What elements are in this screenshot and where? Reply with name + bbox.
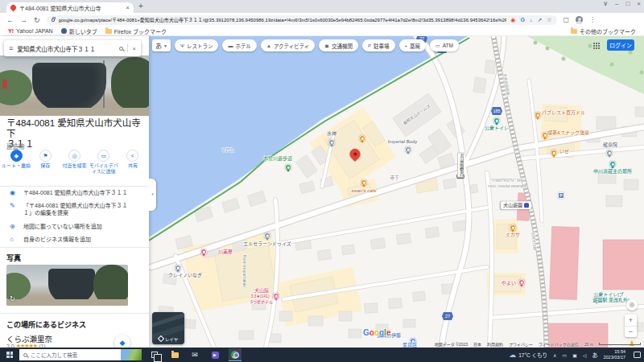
map-pin-gray[interactable] [606,150,613,156]
file-explorer-icon[interactable] [168,348,181,361]
attribution-item[interactable]: 日本 [473,341,481,347]
tray-volume-icon[interactable]: ◁ [583,352,587,358]
language-chip[interactable]: あ▼ [152,39,171,51]
attribution-item[interactable]: フィードバックの送信 [539,341,579,347]
minimize-button[interactable]: – [615,0,618,7]
attribution-item[interactable]: 利用規約 [487,341,503,347]
tab-close-icon[interactable]: × [126,5,130,11]
category-chip[interactable]: +薬局 [399,39,427,51]
destination-marker[interactable] [348,146,362,161]
info-row-addpin[interactable]: ⊕地図に載っていない場所を追加 [0,223,149,231]
map-canvas[interactable]: 水神Imperial Body藤和犬山ホームズ木曽川遊歩道大門先寺下swan's… [149,36,644,348]
category-chip[interactable]: ▭ATM [430,39,459,51]
category-chip[interactable]: ▲アクティビティ [261,39,315,51]
place-photo[interactable] [0,56,149,116]
maximize-button[interactable]: □ [625,0,630,7]
map-label[interactable]: 犬山館 [254,288,269,294]
map-pin-cafe[interactable] [361,179,367,186]
clear-search-icon[interactable]: × [132,45,136,52]
chrome-taskbar-icon[interactable] [229,348,242,361]
menu-kebab-icon[interactable]: ⋮ [589,16,596,23]
reload-icon[interactable]: ↻ [34,16,40,24]
mail-icon[interactable]: ✉ [188,348,201,361]
map-pin-teal[interactable] [609,161,616,167]
map-label[interactable]: やよい [502,281,516,286]
info-row-pencil[interactable]: ✎「〒484-0081 愛知県犬山市犬山寺下３１１」の編集を提案 [0,202,149,216]
attribution-item[interactable]: プライバシー [509,341,533,347]
tab-search-icon[interactable]: ∨ [603,0,608,7]
map-pin-gray[interactable] [328,139,335,146]
save-page-icon[interactable]: ↓ [530,17,533,23]
map-label[interactable]: 遊園駅 東改札外] [592,298,629,303]
tray-display-icon[interactable]: ▭ [563,352,568,358]
bookmark-star-icon[interactable]: ☆ [547,17,551,23]
map-label[interactable]: swan's cafe [351,188,376,194]
layers-button[interactable]: レイヤ [152,312,184,344]
ime-indicator[interactable]: あ [592,351,597,359]
google-apps-icon[interactable] [593,43,600,49]
search-input[interactable]: 愛知県犬山市犬山寺下３１１ [17,44,115,53]
bookmark-item[interactable]: 新しいタブ [61,27,97,35]
google-icon[interactable]: G [520,17,524,23]
map-pin-hotel[interactable] [273,293,279,299]
map-label[interactable]: 3.3★(141) [250,294,269,299]
action-directions-button[interactable]: ◆ルート・乗換 [2,150,31,175]
map-label[interactable]: 犬山遊園 [501,201,531,209]
map-pin-gray[interactable] [175,265,181,271]
start-button[interactable] [0,348,19,362]
map-label[interactable]: ミカサ [506,232,520,238]
profile-avatar[interactable] [576,16,583,23]
category-chip[interactable]: ▬ホテル [222,39,257,51]
map-label[interactable]: Imperial Body [388,139,418,145]
taskbar-search[interactable]: ここに入力して検索 [19,349,142,360]
map-pin-gray[interactable] [405,146,411,153]
back-icon[interactable]: ← [6,16,14,24]
info-row-pin[interactable]: ◉〒484-0081 愛知県犬山市犬山寺下３１１ [0,189,149,197]
map-pin-gray[interactable] [264,232,270,239]
map-label[interactable]: 犬山遊園駅西 [457,153,464,178]
tray-network-icon[interactable]: ▣ [572,352,577,358]
map-pin-teal[interactable] [493,117,500,124]
search-icon[interactable] [119,47,123,51]
map-pin-cafe[interactable] [510,224,516,231]
photo-thumbnail[interactable]: ↻ [6,265,128,306]
zoom-in-button[interactable]: + [625,315,637,327]
hidden-icons-chevron[interactable]: ∧ [553,352,556,358]
info-row-biz[interactable]: ⌂自身のビジネス情報を追加 [0,236,149,244]
map-label[interactable]: いせ [559,149,569,154]
map-pin-cafe[interactable] [359,135,365,142]
map-label[interactable]: 水神 [327,131,336,137]
taskbar-clock[interactable]: 15:54 2023/03/17 [603,349,625,360]
close-button[interactable]: × [637,0,641,7]
map-label[interactable]: 公衆トイレ[ブ [593,292,624,298]
map-pin-parking[interactable] [558,192,564,199]
bookmark-item[interactable]: Y!Yahoo! JAPAN [8,27,53,35]
map-pin-hotel[interactable] [518,279,525,286]
collapse-panel-button[interactable] [149,179,156,211]
action-share-button[interactable]: <共有 [118,150,147,175]
map-label[interactable]: パブレスト百万ドル [542,110,585,116]
map-label[interactable]: 公衆トイレ [485,125,509,131]
bookmark-item[interactable]: Firefox ブックマーク [105,27,167,35]
task-view-button[interactable] [148,348,161,361]
my-location-button[interactable]: ◎ [626,299,638,311]
media-app-icon[interactable]: ▶ [208,348,221,361]
new-tab-button[interactable]: + [138,2,143,10]
category-chip[interactable]: Ψレストラン [175,39,219,51]
address-bar[interactable]: google.co.jp/maps/place/〒484-0081+愛知県犬山市… [47,15,557,25]
map-label[interactable]: 龍泉院 [603,142,617,148]
action-send-button[interactable]: ▭モバイルデバ イスに送信 [89,150,118,175]
map-pin-green[interactable] [285,164,291,171]
map-pin-hotel[interactable] [200,249,207,255]
maps-pin-icon[interactable]: ◉ [510,17,515,23]
menu-icon[interactable]: ≡ [9,44,13,52]
map-pin-cafe[interactable] [551,150,557,156]
zoom-out-button[interactable]: − [625,327,637,338]
search-box[interactable]: ≡ 愛知県犬山市犬山寺下３１１ × [4,40,141,56]
category-chip[interactable]: P駐車場 [362,39,395,51]
url-text[interactable]: google.co.jp/maps/place/〒484-0081+愛知県犬山市… [59,16,507,23]
map-label[interactable]: 喫茶&スナック瑞泉 [547,130,589,136]
browser-tab[interactable]: 〒484-0081 愛知県犬山市犬山寺 × [6,2,134,13]
map-label[interactable]: クレイノいなぎ [168,273,202,278]
map-pin-cafe[interactable] [535,112,541,118]
